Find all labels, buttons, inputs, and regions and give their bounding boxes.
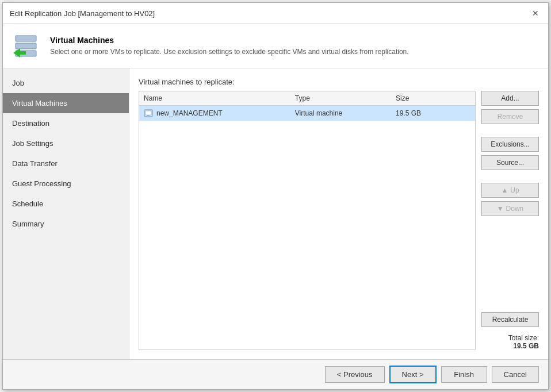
vm-name-cell: new_MANAGEMENT [139, 106, 290, 121]
dialog: Edit Replication Job [Management to HV02… [2, 2, 549, 390]
col-header-type: Type [290, 91, 391, 106]
header-area: Virtual Machines Select one or more VMs … [3, 24, 548, 68]
up-arrow-icon: ▲ [501, 186, 508, 194]
up-button[interactable]: ▲ Up [481, 183, 539, 198]
previous-button[interactable]: < Previous [325, 366, 385, 383]
down-arrow-icon: ▼ [497, 205, 504, 213]
sidebar-item-data-transfer[interactable]: Data Transfer [3, 153, 129, 174]
table-row[interactable]: new_MANAGEMENT Virtual machine 19.5 GB [139, 106, 475, 121]
down-button[interactable]: ▼ Down [481, 201, 539, 216]
sidebar-item-schedule[interactable]: Schedule [3, 194, 129, 214]
main-content: Virtual machines to replicate: Name Type… [129, 68, 548, 359]
cancel-button[interactable]: Cancel [492, 366, 539, 383]
next-button[interactable]: Next > [389, 366, 437, 383]
close-button[interactable]: ✕ [530, 7, 541, 19]
vm-type-cell: Virtual machine [290, 106, 391, 121]
header-title: Virtual Machines [50, 36, 409, 45]
sidebar-item-destination[interactable]: Destination [3, 113, 129, 133]
title-bar: Edit Replication Job [Management to HV02… [3, 3, 548, 24]
total-size-label: Total size: [508, 334, 539, 342]
source-button[interactable]: Source... [481, 155, 539, 170]
sidebar-item-job-settings[interactable]: Job Settings [3, 133, 129, 153]
vm-table: Name Type Size [139, 91, 475, 121]
svg-rect-6 [147, 116, 150, 116]
sidebar-item-summary[interactable]: Summary [3, 214, 129, 234]
svg-rect-0 [16, 36, 36, 41]
total-size-value: 19.5 GB [513, 342, 539, 350]
remove-button[interactable]: Remove [481, 109, 539, 124]
header-text: Virtual Machines Select one or more VMs … [50, 36, 409, 57]
footer: < Previous Next > Finish Cancel [3, 359, 548, 389]
total-size-area: Total size: 19.5 GB [481, 334, 539, 350]
col-header-size: Size [391, 91, 475, 106]
add-button[interactable]: Add... [481, 91, 539, 106]
vm-table-container: Name Type Size [139, 91, 476, 350]
vm-row-icon [144, 109, 153, 118]
svg-rect-1 [16, 43, 36, 49]
section-label: Virtual machines to replicate: [139, 78, 539, 86]
svg-rect-5 [146, 111, 151, 115]
vm-table-area: Name Type Size [139, 91, 539, 350]
vm-name: new_MANAGEMENT [156, 109, 223, 117]
exclusions-button[interactable]: Exclusions... [481, 137, 539, 152]
finish-button[interactable]: Finish [441, 366, 487, 383]
header-description: Select one or more VMs to replicate. Use… [50, 47, 409, 57]
body-area: Job Virtual Machines Destination Job Set… [3, 68, 548, 359]
window-title: Edit Replication Job [Management to HV02… [10, 9, 155, 18]
col-header-name: Name [139, 91, 290, 106]
up-label: Up [510, 186, 519, 194]
sidebar-item-guest-processing[interactable]: Guest Processing [3, 174, 129, 194]
sidebar: Job Virtual Machines Destination Job Set… [3, 68, 129, 359]
vm-icon [12, 31, 42, 61]
sidebar-item-virtual-machines[interactable]: Virtual Machines [3, 93, 129, 113]
sidebar-item-job[interactable]: Job [3, 73, 129, 93]
recalculate-button[interactable]: Recalculate [481, 312, 539, 327]
down-label: Down [506, 205, 524, 213]
action-buttons: Add... Remove Exclusions... Source... ▲ … [481, 91, 539, 350]
vm-size-cell: 19.5 GB [391, 106, 475, 121]
header-icon [12, 31, 42, 61]
